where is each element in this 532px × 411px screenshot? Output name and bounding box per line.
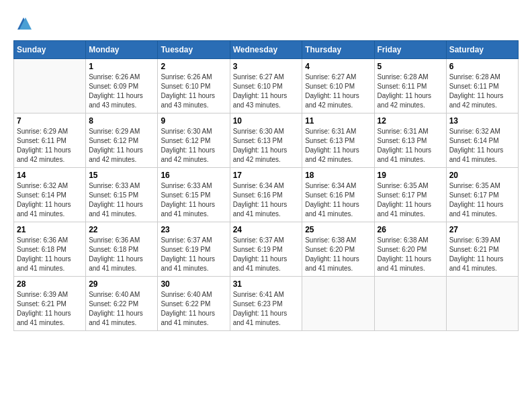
calendar-week-2: 7Sunrise: 6:29 AM Sunset: 6:11 PM Daylig… <box>14 113 519 168</box>
calendar-cell <box>446 277 518 331</box>
day-number: 3 <box>233 62 300 71</box>
day-number: 5 <box>378 62 443 71</box>
day-info: Sunrise: 6:35 AM Sunset: 6:17 PM Dayligh… <box>449 181 515 219</box>
day-number: 25 <box>305 225 371 234</box>
day-info: Sunrise: 6:38 AM Sunset: 6:20 PM Dayligh… <box>305 236 371 273</box>
calendar-cell: 24Sunrise: 6:37 AM Sunset: 6:19 PM Dayli… <box>230 222 302 277</box>
column-header-monday: Monday <box>86 41 158 59</box>
calendar-cell: 1Sunrise: 6:26 AM Sunset: 6:09 PM Daylig… <box>86 59 158 113</box>
calendar-cell: 10Sunrise: 6:30 AM Sunset: 6:13 PM Dayli… <box>230 113 302 168</box>
calendar-cell: 23Sunrise: 6:37 AM Sunset: 6:19 PM Dayli… <box>158 222 230 277</box>
day-info: Sunrise: 6:31 AM Sunset: 6:13 PM Dayligh… <box>305 127 371 165</box>
calendar-cell: 4Sunrise: 6:27 AM Sunset: 6:10 PM Daylig… <box>302 59 374 113</box>
day-number: 19 <box>378 171 443 180</box>
day-info: Sunrise: 6:39 AM Sunset: 6:21 PM Dayligh… <box>17 290 83 328</box>
calendar-cell: 13Sunrise: 6:32 AM Sunset: 6:14 PM Dayli… <box>446 113 518 168</box>
calendar-cell: 31Sunrise: 6:41 AM Sunset: 6:23 PM Dayli… <box>230 277 302 331</box>
day-number: 11 <box>305 116 371 126</box>
calendar-cell: 29Sunrise: 6:40 AM Sunset: 6:22 PM Dayli… <box>86 277 158 331</box>
day-info: Sunrise: 6:40 AM Sunset: 6:22 PM Dayligh… <box>89 290 154 328</box>
calendar-cell <box>14 59 86 113</box>
calendar-cell <box>302 277 374 331</box>
day-number: 7 <box>17 116 83 126</box>
calendar-cell: 3Sunrise: 6:27 AM Sunset: 6:10 PM Daylig… <box>230 59 302 113</box>
page-header <box>13 13 519 34</box>
day-number: 22 <box>89 225 154 234</box>
day-number: 6 <box>449 62 515 71</box>
day-info: Sunrise: 6:36 AM Sunset: 6:18 PM Dayligh… <box>17 236 83 273</box>
calendar-cell: 2Sunrise: 6:26 AM Sunset: 6:10 PM Daylig… <box>158 59 230 113</box>
day-number: 10 <box>233 116 300 126</box>
calendar-week-4: 21Sunrise: 6:36 AM Sunset: 6:18 PM Dayli… <box>14 222 519 277</box>
calendar-cell: 21Sunrise: 6:36 AM Sunset: 6:18 PM Dayli… <box>14 222 86 277</box>
day-number: 31 <box>233 279 300 289</box>
day-info: Sunrise: 6:27 AM Sunset: 6:10 PM Dayligh… <box>233 73 300 110</box>
day-info: Sunrise: 6:33 AM Sunset: 6:15 PM Dayligh… <box>161 181 226 219</box>
calendar-cell: 20Sunrise: 6:35 AM Sunset: 6:17 PM Dayli… <box>446 168 518 222</box>
logo <box>13 13 36 34</box>
day-number: 18 <box>305 171 371 180</box>
calendar: SundayMondayTuesdayWednesdayThursdayFrid… <box>13 40 519 331</box>
column-header-tuesday: Tuesday <box>158 41 230 59</box>
day-number: 4 <box>305 62 371 71</box>
column-header-saturday: Saturday <box>446 41 518 59</box>
day-info: Sunrise: 6:41 AM Sunset: 6:23 PM Dayligh… <box>233 290 300 328</box>
day-info: Sunrise: 6:37 AM Sunset: 6:19 PM Dayligh… <box>233 236 300 273</box>
calendar-cell: 22Sunrise: 6:36 AM Sunset: 6:18 PM Dayli… <box>86 222 158 277</box>
day-info: Sunrise: 6:37 AM Sunset: 6:19 PM Dayligh… <box>161 236 226 273</box>
calendar-cell: 28Sunrise: 6:39 AM Sunset: 6:21 PM Dayli… <box>14 277 86 331</box>
day-number: 13 <box>449 116 515 126</box>
calendar-header-row: SundayMondayTuesdayWednesdayThursdayFrid… <box>14 41 519 59</box>
calendar-cell: 11Sunrise: 6:31 AM Sunset: 6:13 PM Dayli… <box>302 113 374 168</box>
day-number: 27 <box>449 225 515 234</box>
calendar-cell: 6Sunrise: 6:28 AM Sunset: 6:11 PM Daylig… <box>446 59 518 113</box>
day-info: Sunrise: 6:30 AM Sunset: 6:12 PM Dayligh… <box>161 127 226 165</box>
day-number: 26 <box>378 225 443 234</box>
column-header-sunday: Sunday <box>14 41 86 59</box>
day-number: 17 <box>233 171 300 180</box>
day-info: Sunrise: 6:32 AM Sunset: 6:14 PM Dayligh… <box>17 181 83 219</box>
day-number: 2 <box>161 62 226 71</box>
day-number: 20 <box>449 171 515 180</box>
day-number: 16 <box>161 171 226 180</box>
logo-icon <box>13 13 34 34</box>
calendar-cell: 12Sunrise: 6:31 AM Sunset: 6:13 PM Dayli… <box>374 113 446 168</box>
day-info: Sunrise: 6:39 AM Sunset: 6:21 PM Dayligh… <box>449 236 515 273</box>
day-info: Sunrise: 6:36 AM Sunset: 6:18 PM Dayligh… <box>89 236 154 273</box>
calendar-cell: 27Sunrise: 6:39 AM Sunset: 6:21 PM Dayli… <box>446 222 518 277</box>
calendar-cell: 9Sunrise: 6:30 AM Sunset: 6:12 PM Daylig… <box>158 113 230 168</box>
day-number: 15 <box>89 171 154 180</box>
calendar-cell: 19Sunrise: 6:35 AM Sunset: 6:17 PM Dayli… <box>374 168 446 222</box>
calendar-week-1: 1Sunrise: 6:26 AM Sunset: 6:09 PM Daylig… <box>14 59 519 113</box>
column-header-friday: Friday <box>374 41 446 59</box>
calendar-cell <box>374 277 446 331</box>
calendar-cell: 18Sunrise: 6:34 AM Sunset: 6:16 PM Dayli… <box>302 168 374 222</box>
day-number: 30 <box>161 279 226 289</box>
calendar-cell: 8Sunrise: 6:29 AM Sunset: 6:12 PM Daylig… <box>86 113 158 168</box>
day-number: 21 <box>17 225 83 234</box>
calendar-week-3: 14Sunrise: 6:32 AM Sunset: 6:14 PM Dayli… <box>14 168 519 222</box>
day-info: Sunrise: 6:33 AM Sunset: 6:15 PM Dayligh… <box>89 181 154 219</box>
day-info: Sunrise: 6:32 AM Sunset: 6:14 PM Dayligh… <box>449 127 515 165</box>
day-info: Sunrise: 6:26 AM Sunset: 6:09 PM Dayligh… <box>89 73 154 110</box>
day-info: Sunrise: 6:28 AM Sunset: 6:11 PM Dayligh… <box>449 73 515 110</box>
calendar-cell: 25Sunrise: 6:38 AM Sunset: 6:20 PM Dayli… <box>302 222 374 277</box>
calendar-cell: 17Sunrise: 6:34 AM Sunset: 6:16 PM Dayli… <box>230 168 302 222</box>
day-number: 9 <box>161 116 226 126</box>
day-number: 14 <box>17 171 83 180</box>
day-number: 29 <box>89 279 154 289</box>
day-number: 1 <box>89 62 154 71</box>
day-info: Sunrise: 6:34 AM Sunset: 6:16 PM Dayligh… <box>233 181 300 219</box>
day-info: Sunrise: 6:27 AM Sunset: 6:10 PM Dayligh… <box>305 73 371 110</box>
day-info: Sunrise: 6:35 AM Sunset: 6:17 PM Dayligh… <box>378 181 443 219</box>
column-header-wednesday: Wednesday <box>230 41 302 59</box>
day-number: 8 <box>89 116 154 126</box>
calendar-cell: 16Sunrise: 6:33 AM Sunset: 6:15 PM Dayli… <box>158 168 230 222</box>
calendar-cell: 5Sunrise: 6:28 AM Sunset: 6:11 PM Daylig… <box>374 59 446 113</box>
calendar-cell: 14Sunrise: 6:32 AM Sunset: 6:14 PM Dayli… <box>14 168 86 222</box>
column-header-thursday: Thursday <box>302 41 374 59</box>
calendar-cell: 30Sunrise: 6:40 AM Sunset: 6:22 PM Dayli… <box>158 277 230 331</box>
day-info: Sunrise: 6:28 AM Sunset: 6:11 PM Dayligh… <box>378 73 443 110</box>
calendar-week-5: 28Sunrise: 6:39 AM Sunset: 6:21 PM Dayli… <box>14 277 519 331</box>
day-number: 23 <box>161 225 226 234</box>
